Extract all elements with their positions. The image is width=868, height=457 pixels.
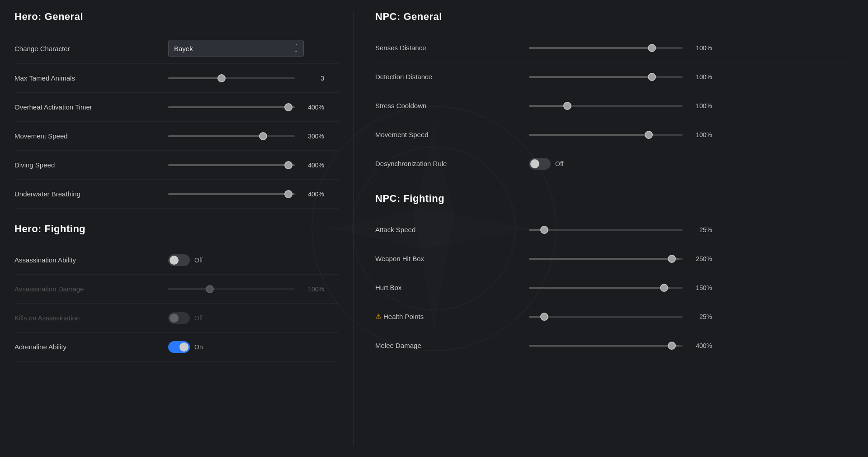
kills-on-assassination-toggle-container: Off (168, 312, 203, 324)
health-points-label: ⚠ Health Points (375, 312, 529, 321)
weapon-hit-box-row: Weapon Hit Box 250% (375, 244, 854, 273)
underwater-breathing-track[interactable] (168, 193, 295, 195)
health-points-track[interactable] (529, 316, 683, 318)
overheat-timer-slider-container: 400% (168, 104, 339, 111)
senses-distance-value: 100% (687, 44, 712, 52)
hurt-box-control: 150% (529, 284, 854, 291)
health-points-label-container: ⚠ Health Points (375, 312, 529, 321)
adrenaline-ability-toggle-container: On (168, 341, 203, 353)
health-points-thumb (540, 313, 548, 321)
overheat-timer-track[interactable] (168, 106, 295, 108)
detection-distance-thumb (648, 73, 656, 81)
senses-distance-track[interactable] (529, 47, 683, 49)
adrenaline-ability-control: On (168, 341, 339, 353)
stress-cooldown-thumb (563, 102, 571, 110)
desync-rule-toggle[interactable] (529, 158, 551, 170)
diving-speed-row: Diving Speed 400% (14, 151, 339, 180)
senses-distance-slider-container: 100% (529, 44, 854, 52)
npc-fighting-section: NPC: Fighting Attack Speed 25% Weapon H (375, 193, 854, 360)
diving-speed-slider-container: 400% (168, 162, 339, 169)
underwater-breathing-slider-container: 400% (168, 190, 339, 198)
npc-movement-speed-slider-container: 100% (529, 131, 854, 138)
desync-rule-toggle-container: Off (529, 158, 563, 170)
npc-movement-speed-track[interactable] (529, 134, 683, 136)
melee-damage-control: 400% (529, 342, 854, 349)
npc-general-title: NPC: General (375, 11, 854, 23)
attack-speed-control: 25% (529, 226, 854, 233)
change-character-control: Bayek (168, 40, 339, 57)
weapon-hit-box-control: 250% (529, 255, 854, 262)
weapon-hit-box-fill (529, 258, 679, 260)
detection-distance-fill (529, 76, 652, 78)
hero-general-title: Hero: General (14, 11, 339, 23)
hero-movement-speed-slider-container: 300% (168, 133, 339, 140)
kills-on-assassination-toggle-label: Off (194, 314, 203, 322)
senses-distance-thumb (648, 44, 656, 52)
hurt-box-value: 150% (687, 284, 712, 291)
desync-rule-control: Off (529, 158, 854, 170)
adrenaline-ability-toggle-label: On (194, 343, 203, 351)
assassination-ability-toggle[interactable] (168, 254, 190, 266)
kills-on-assassination-toggle (168, 312, 190, 324)
adrenaline-ability-toggle[interactable] (168, 341, 190, 353)
max-tamed-animals-fill (168, 77, 222, 79)
diving-speed-label: Diving Speed (14, 161, 168, 169)
weapon-hit-box-thumb (668, 255, 676, 263)
npc-fighting-title: NPC: Fighting (375, 193, 854, 205)
melee-damage-value: 400% (687, 342, 712, 349)
diving-speed-control: 400% (168, 162, 339, 169)
melee-damage-track[interactable] (529, 345, 683, 347)
dropdown-chevron-icon (294, 44, 298, 53)
npc-movement-speed-thumb (645, 131, 653, 139)
weapon-hit-box-slider-container: 250% (529, 255, 854, 262)
assassination-ability-row: Assassination Ability Off (14, 246, 339, 275)
hero-movement-speed-track[interactable] (168, 135, 295, 137)
max-tamed-animals-slider-container: 3 (168, 75, 339, 82)
stress-cooldown-fill (529, 105, 567, 107)
stress-cooldown-value: 100% (687, 102, 712, 109)
melee-damage-slider-container: 400% (529, 342, 854, 349)
assassination-ability-toggle-container: Off (168, 254, 203, 266)
assassination-ability-control: Off (168, 254, 339, 266)
attack-speed-label: Attack Speed (375, 226, 529, 233)
underwater-breathing-fill (168, 193, 295, 195)
change-character-dropdown[interactable]: Bayek (168, 40, 304, 57)
desync-rule-label: Desynchronization Rule (375, 160, 529, 167)
underwater-breathing-control: 400% (168, 190, 339, 198)
max-tamed-animals-track[interactable] (168, 77, 295, 79)
hurt-box-track[interactable] (529, 287, 683, 289)
detection-distance-control: 100% (529, 73, 854, 81)
stress-cooldown-track[interactable] (529, 105, 683, 107)
melee-damage-fill (529, 345, 679, 347)
melee-damage-thumb (668, 342, 676, 350)
change-character-row: Change Character Bayek (14, 33, 339, 64)
hero-movement-speed-row: Movement Speed 300% (14, 122, 339, 151)
assassination-damage-value: 100% (299, 286, 324, 293)
max-tamed-animals-thumb (217, 74, 226, 82)
npc-movement-speed-fill (529, 134, 649, 136)
overheat-timer-control: 400% (168, 104, 339, 111)
adrenaline-ability-row: Adrenaline Ability On (14, 333, 339, 362)
hurt-box-row: Hurt Box 150% (375, 273, 854, 302)
stress-cooldown-control: 100% (529, 102, 854, 109)
diving-speed-track[interactable] (168, 164, 295, 166)
underwater-breathing-label: Underwater Breathing (14, 190, 168, 198)
detection-distance-row: Detection Distance 100% (375, 62, 854, 91)
hurt-box-fill (529, 287, 670, 289)
desync-rule-row: Desynchronization Rule Off (375, 149, 854, 178)
kills-on-assassination-label: Kills on Assassination (14, 314, 168, 322)
underwater-breathing-thumb (284, 190, 292, 198)
health-points-control: 25% (529, 313, 854, 320)
hero-general-section: Hero: General Change Character Bayek Max… (14, 11, 339, 209)
change-character-label: Change Character (14, 45, 168, 52)
attack-speed-track[interactable] (529, 229, 683, 231)
stress-cooldown-row: Stress Cooldown 100% (375, 91, 854, 120)
weapon-hit-box-track[interactable] (529, 258, 683, 260)
detection-distance-track[interactable] (529, 76, 683, 78)
stress-cooldown-slider-container: 100% (529, 102, 854, 109)
attack-speed-slider-container: 25% (529, 226, 854, 233)
detection-distance-slider-container: 100% (529, 73, 854, 81)
adrenaline-ability-label: Adrenaline Ability (14, 343, 168, 351)
max-tamed-animals-row: Max Tamed Animals 3 (14, 64, 339, 93)
hero-movement-speed-thumb (259, 132, 267, 140)
